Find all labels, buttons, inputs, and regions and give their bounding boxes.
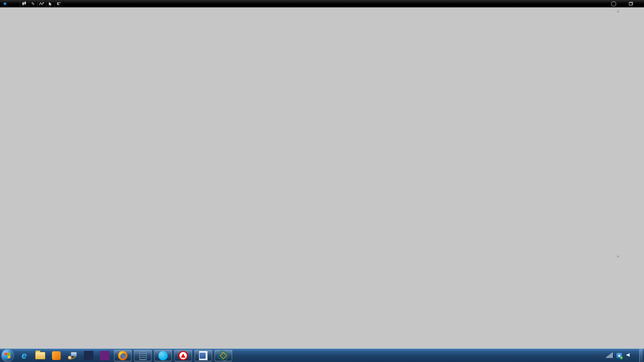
notepad-button[interactable] bbox=[134, 350, 152, 361]
system-tray: ◆ bbox=[602, 349, 644, 362]
skype-button[interactable] bbox=[154, 350, 172, 361]
remote-desktop-icon[interactable] bbox=[66, 350, 79, 361]
volume-icon[interactable] bbox=[626, 352, 631, 359]
restore-icon[interactable] bbox=[627, 0, 635, 7]
pencil-icon[interactable]: ✎ bbox=[29, 0, 37, 7]
visual-studio-purple-icon[interactable] bbox=[98, 350, 111, 361]
internet-explorer-icon[interactable]: e bbox=[17, 350, 31, 361]
taskbar: e ◆ bbox=[0, 349, 644, 362]
windows-explorer-icon[interactable] bbox=[34, 350, 47, 361]
levels-icon[interactable] bbox=[55, 0, 63, 7]
favorite-star-icon: ★ bbox=[3, 1, 7, 7]
taskbar-icons: e bbox=[17, 349, 232, 362]
dropbox-icon[interactable]: ◆ bbox=[616, 353, 622, 358]
firefox-button[interactable] bbox=[114, 350, 131, 361]
dollar-icon[interactable] bbox=[609, 0, 618, 7]
start-button[interactable] bbox=[1, 349, 14, 362]
show-desktop-button[interactable] bbox=[639, 349, 643, 362]
minimize-icon[interactable] bbox=[618, 0, 627, 7]
window-titlebar: ★ ✎ bbox=[0, 0, 644, 7]
media-player-icon[interactable] bbox=[50, 350, 63, 361]
collapse-price-pane-icon[interactable]: » bbox=[615, 9, 621, 14]
windows-flag-icon bbox=[5, 353, 11, 359]
word-button[interactable] bbox=[195, 350, 212, 361]
red-triangle-app-button[interactable] bbox=[174, 350, 192, 361]
chart-toolbar: ✎ bbox=[20, 0, 63, 7]
trading-terminal-button[interactable] bbox=[215, 350, 232, 361]
collapse-volume-pane-icon[interactable]: » bbox=[615, 254, 621, 259]
chart-canvas[interactable] bbox=[0, 7, 644, 349]
candles-icon[interactable] bbox=[20, 0, 29, 7]
zigzag-icon[interactable] bbox=[37, 0, 46, 7]
close-icon[interactable] bbox=[635, 0, 644, 7]
network-icon[interactable] bbox=[606, 353, 613, 358]
visual-studio-dark-icon[interactable] bbox=[82, 350, 95, 361]
chart-window: » » bbox=[0, 7, 644, 349]
cursor-icon[interactable] bbox=[46, 0, 55, 7]
